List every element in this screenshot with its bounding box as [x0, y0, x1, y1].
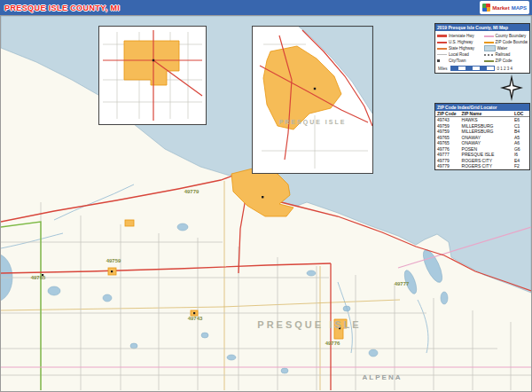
zip-index-table: ZIP Code ZIP Name LOC 49743 HAWKS E6 497… [435, 111, 529, 169]
zip-index-title: ZIP Code Index/Grid Locator [435, 104, 529, 111]
compass-rose [500, 74, 523, 101]
zip-boundary-swatch-icon [484, 42, 494, 43]
legend-item: State Highway [437, 45, 481, 51]
interstate-swatch-icon [437, 35, 447, 37]
water-swatch-icon [484, 45, 496, 51]
zip-label-49759: 49759 [106, 258, 121, 263]
zip-label-49777: 49777 [395, 281, 410, 286]
legend-item: City/Town [437, 58, 481, 64]
table-row: 49759 MILLERSBURG B4 [435, 129, 529, 135]
legend-title: 2019 Presque Isle County, MI Map [435, 24, 529, 31]
legend-panel: 2019 Presque Isle County, MI Map Interst… [434, 23, 530, 74]
logo-text-maps: MAPS [512, 5, 527, 11]
table-row: 49777 PRESQUE ISLE I6 [435, 152, 529, 158]
table-row: 49779 ROGERS CITY F2 [435, 163, 529, 169]
scale-bar: Miles 0 1 2 3 4 [435, 65, 529, 73]
inset2-town-dot [314, 88, 316, 90]
zip-label-49779: 49779 [184, 189, 200, 194]
scale-values: 0 1 2 3 4 [497, 67, 513, 71]
legend-item: Railroad [484, 51, 528, 58]
legend-items: Interstate Hwy County Boundary U.S. High… [435, 31, 529, 65]
inset1-zip-zone [124, 41, 179, 85]
legend-item: U.S. Highway [437, 39, 481, 45]
zip-label-49743: 49743 [188, 316, 203, 321]
table-row: 49743 HAWKS E6 [435, 117, 529, 123]
col-header-zip: ZIP Code [435, 111, 460, 117]
logo-pixel-icon [482, 4, 490, 12]
legend-item: Interstate Hwy [437, 33, 481, 39]
inset-rogers-city-map [253, 27, 372, 173]
state-highway-swatch-icon [437, 48, 447, 50]
zip-label-49765: 49765 [31, 275, 46, 280]
county-boundary-swatch-icon [484, 35, 494, 37]
legend-item: ZIP Code [484, 58, 528, 64]
scale-label: Miles [438, 67, 448, 71]
title-bar: PRESQUE ISLE COUNTY, MI [0, 0, 532, 15]
legend-item: ZIP Code Boundary [484, 39, 528, 45]
inset-onaway [98, 26, 207, 125]
us-highway-swatch-icon [437, 42, 447, 43]
page-title: PRESQUE ISLE COUNTY, MI [4, 4, 120, 12]
local-road-swatch-icon [437, 54, 447, 56]
legend-item: Water [484, 45, 528, 51]
legend-item: Local Road [437, 51, 481, 58]
scale-bar-icon [450, 66, 495, 71]
inset2-county-label: PRESQUE ISLE [253, 119, 372, 125]
railroad-swatch-icon [484, 54, 494, 56]
city-town-swatch-icon [437, 59, 440, 62]
map-canvas: 49779 49759 49765 49743 49776 49777 PRES… [0, 15, 532, 392]
zip-label-49776: 49776 [325, 341, 340, 346]
map-product-page: PRESQUE ISLE COUNTY, MI Market MAPS [0, 0, 532, 392]
neighbor-county-label: ALPENA [329, 373, 435, 381]
inset-rogers-city: PRESQUE ISLE [252, 26, 373, 174]
county-name-label: PRESQUE ISLE [221, 319, 398, 330]
zip-index-panel: ZIP Code Index/Grid Locator ZIP Code ZIP… [434, 103, 530, 170]
legend-item: County Boundary [484, 33, 528, 39]
inset-onaway-map [99, 27, 206, 124]
zip-code-swatch-icon [484, 60, 494, 62]
logo-text-market: Market [492, 5, 509, 11]
inset1-town-dot [153, 59, 154, 61]
compass-rose-icon [500, 74, 523, 101]
brand-logo: Market MAPS [480, 1, 529, 14]
